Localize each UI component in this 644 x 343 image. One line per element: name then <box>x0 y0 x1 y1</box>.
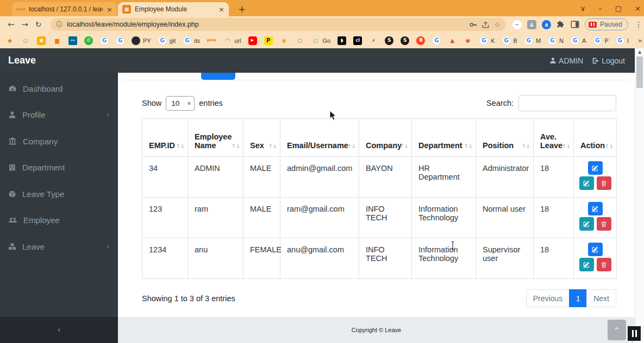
cell-sex: FEMALE <box>243 238 280 279</box>
recorder-pause-button[interactable] <box>628 326 641 341</box>
download-paused-pill[interactable]: Paused <box>585 18 628 30</box>
side-panel-icon[interactable] <box>571 20 579 29</box>
edit-alt-button[interactable] <box>579 217 594 231</box>
extension-a-icon[interactable]: a <box>542 20 551 29</box>
bookmark-item[interactable]: G <box>100 36 109 45</box>
bookmark-item[interactable]: GN <box>548 36 564 45</box>
sidebar-item-profile[interactable]: Profile › <box>0 102 118 129</box>
bookmark-item[interactable]: ▲ <box>448 36 457 45</box>
bookmark-item[interactable]: GK <box>479 36 495 45</box>
bookmark-item[interactable]: » <box>636 36 644 45</box>
bookmark-item[interactable]: ▶ <box>248 36 257 45</box>
app-brand: Leave <box>0 55 36 66</box>
logout-link[interactable]: Logout <box>602 56 625 65</box>
sidebar-item-employee[interactable]: Employee <box>0 207 118 234</box>
pagination-previous[interactable]: Previous <box>526 289 570 307</box>
bookmark-item[interactable]: ◉ <box>464 36 472 45</box>
admin-user-label[interactable]: ADMIN <box>559 56 583 65</box>
window-close-icon[interactable]: × <box>635 4 641 12</box>
bookmark-item[interactable]: ○ <box>296 36 304 45</box>
share-icon[interactable] <box>482 21 490 29</box>
extension-panda-icon[interactable]: •• <box>512 20 522 29</box>
site-info-icon[interactable]: ⓘ <box>56 20 62 29</box>
bookmark-item[interactable]: ✆ <box>84 36 93 45</box>
pagination-next[interactable]: Next <box>586 289 616 307</box>
bookmark-item[interactable]: ◗ <box>337 36 346 45</box>
column-header-emp-id[interactable]: EMP.ID↑↓ <box>142 119 188 157</box>
bookmark-item[interactable]: PY <box>132 36 151 45</box>
edit-button[interactable] <box>588 161 603 175</box>
bookmark-item[interactable]: ◉ <box>280 36 289 45</box>
bookmark-item[interactable]: GI <box>616 36 629 45</box>
bookmark-item[interactable]: GP <box>593 36 608 45</box>
edit-alt-button[interactable] <box>579 258 594 271</box>
edit-alt-button[interactable] <box>579 176 594 190</box>
column-header-company[interactable]: Company↑↓ <box>359 119 412 157</box>
bookmark-item[interactable]: cl <box>353 36 362 45</box>
browser-tab-phpmyadmin[interactable]: pma localhost / 127.0.0.1 / leavedb / t … <box>12 2 117 16</box>
bookmark-item[interactable]: GB <box>502 36 517 45</box>
scrollbar-up-icon[interactable]: ▲ <box>635 49 644 54</box>
column-header-email[interactable]: Email/Username↑↓ <box>280 119 359 157</box>
page-size-select[interactable]: 10 ∨ <box>166 96 195 111</box>
bookmark-item[interactable]: ⚡ <box>369 36 378 45</box>
sidebar-item-dashboard[interactable]: Dashboard <box>0 75 118 102</box>
column-header-employee-name[interactable]: Employee Name↑↓ <box>188 119 243 157</box>
bookmark-item[interactable]: S <box>401 36 409 45</box>
bookmark-item[interactable]: ▆ <box>53 36 61 45</box>
search-input[interactable] <box>518 95 616 111</box>
add-button-fragment[interactable] <box>201 73 235 80</box>
sidebar-item-company[interactable]: Company <box>0 128 118 155</box>
bookmark-item[interactable]: ◆ <box>5 36 14 45</box>
sidebar-item-department[interactable]: Department <box>0 155 118 181</box>
edit-button[interactable] <box>588 202 603 215</box>
bookmark-item[interactable]: Gits <box>183 36 200 45</box>
tab-close-icon[interactable]: × <box>107 5 112 14</box>
bookmark-item[interactable]: pma <box>207 36 216 45</box>
delete-button[interactable] <box>597 176 611 190</box>
new-tab-button[interactable]: + <box>235 2 249 16</box>
back-icon[interactable]: ← <box>4 20 18 29</box>
bookmark-item[interactable]: IEEE <box>68 36 77 45</box>
column-header-ave-leave[interactable]: Ave. Leave↑↓ <box>534 119 574 157</box>
sidebar-item-leave[interactable]: Leave › <box>0 233 118 260</box>
bookmark-item[interactable]: Ggit <box>158 36 176 45</box>
browser-tab-employee-module[interactable]: ▦ Employee Module × <box>118 2 229 16</box>
column-header-sex[interactable]: Sex↑↓ <box>243 119 280 157</box>
address-bar[interactable]: ⓘ localhost/leave/module/employee/index.… <box>51 18 506 31</box>
window-menu-icon[interactable]: ∨ <box>580 4 586 12</box>
reload-icon[interactable]: ↻ <box>32 20 45 29</box>
bookmark-item[interactable]: G <box>116 36 124 45</box>
bookmark-item[interactable]: G <box>432 36 441 45</box>
browser-menu-icon[interactable]: ⋮ <box>634 20 644 29</box>
bookmark-item[interactable]: P <box>264 36 273 45</box>
sidebar-item-leave-type[interactable]: Leave Type <box>0 181 118 207</box>
window-minimize-icon[interactable]: – <box>598 4 602 12</box>
bookmark-item[interactable]: ◠url <box>223 36 241 45</box>
column-header-action[interactable]: Action↑↓ <box>574 119 617 157</box>
bookmark-item[interactable]: GM <box>524 36 541 45</box>
scroll-to-top-button[interactable]: ^ <box>608 320 626 340</box>
window-restore-icon[interactable]: ▢ <box>615 4 622 12</box>
bookmark-item[interactable]: Я <box>416 36 425 45</box>
bookmark-item[interactable]: ○ <box>21 36 30 45</box>
column-header-department[interactable]: Department↑↓ <box>412 119 476 157</box>
bookmark-item[interactable]: ○Go <box>311 36 331 45</box>
sidebar-collapse-bar[interactable]: ‹ <box>0 317 118 343</box>
extensions-puzzle-icon[interactable] <box>557 20 565 29</box>
delete-button[interactable] <box>597 258 611 271</box>
bookmark-item[interactable]: S <box>385 36 393 45</box>
extension-profile-icon[interactable]: ♟ <box>527 20 536 29</box>
pagination-page-1[interactable]: 1 <box>569 289 587 307</box>
bookmark-item[interactable]: GA <box>571 36 586 45</box>
bookmark-star-icon[interactable]: ☆ <box>494 21 501 29</box>
forward-icon[interactable]: → <box>18 20 32 29</box>
password-key-icon[interactable] <box>469 21 477 29</box>
column-header-position[interactable]: Position↑↓ <box>476 119 534 157</box>
page-scrollbar[interactable]: ▲ <box>635 48 644 343</box>
scrollbar-thumb[interactable] <box>636 56 643 88</box>
delete-button[interactable] <box>597 217 611 231</box>
edit-button[interactable] <box>588 243 603 256</box>
bookmark-item[interactable]: ▣ <box>37 36 46 45</box>
tab-close-icon[interactable]: × <box>218 5 224 14</box>
